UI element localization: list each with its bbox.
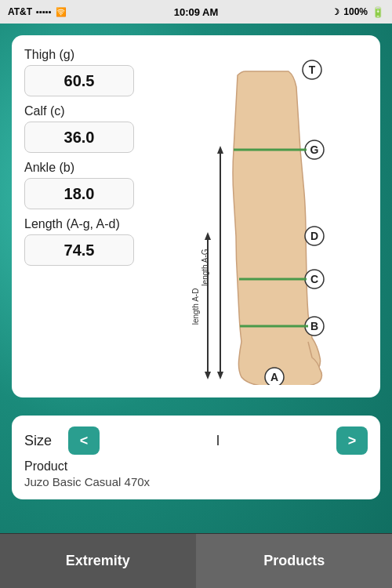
calf-label: Calf (c) bbox=[24, 104, 150, 118]
carrier-label: AT&T bbox=[8, 6, 32, 17]
svg-text:length A-D: length A-D bbox=[191, 289, 200, 325]
thigh-label: Thigh (g) bbox=[24, 48, 150, 62]
thigh-value[interactable]: 60.5 bbox=[24, 65, 134, 96]
status-left: AT&T ▪▪▪▪▪ 🛜 bbox=[8, 6, 67, 17]
ankle-label: Ankle (b) bbox=[24, 161, 150, 175]
svg-text:T: T bbox=[308, 64, 315, 76]
svg-text:C: C bbox=[310, 273, 318, 285]
size-product-card: Size < I > Product Juzo Basic Casual 470… bbox=[12, 416, 380, 499]
size-row: Size < I > bbox=[24, 426, 368, 455]
tab-extremity-label: Extremity bbox=[66, 553, 130, 569]
signal-icon: ▪▪▪▪▪ bbox=[36, 7, 52, 16]
product-value: Juzo Basic Casual 470x bbox=[24, 475, 368, 488]
svg-marker-17 bbox=[217, 372, 223, 379]
size-controls: < I > bbox=[68, 426, 368, 455]
leg-svg: T G D C bbox=[191, 48, 336, 385]
leg-diagram: T G D C bbox=[158, 48, 368, 385]
ankle-group: Ankle (b) 18.0 bbox=[24, 161, 150, 209]
size-current-value: I bbox=[115, 433, 321, 449]
svg-text:A: A bbox=[270, 371, 278, 383]
thigh-group: Thigh (g) 60.5 bbox=[24, 48, 150, 96]
tab-bar: Extremity Products bbox=[0, 533, 392, 588]
product-title: Product bbox=[24, 459, 368, 474]
length-label: Length (A-g, A-d) bbox=[24, 217, 150, 231]
svg-text:G: G bbox=[310, 143, 318, 156]
svg-marker-21 bbox=[205, 372, 211, 379]
size-next-button[interactable]: > bbox=[336, 426, 368, 455]
measurements-card: Thigh (g) 60.5 Calf (c) 36.0 Ankle (b) 1… bbox=[12, 35, 380, 397]
svg-marker-20 bbox=[205, 232, 211, 240]
tab-extremity[interactable]: Extremity bbox=[0, 534, 197, 588]
svg-text:B: B bbox=[310, 320, 318, 332]
status-bar: AT&T ▪▪▪▪▪ 🛜 10:09 AM ☽ 100% 🔋 bbox=[0, 0, 392, 24]
size-prev-button[interactable]: < bbox=[68, 426, 100, 455]
svg-marker-16 bbox=[217, 146, 223, 154]
tab-products-label: Products bbox=[263, 553, 325, 569]
size-label: Size bbox=[24, 433, 56, 449]
tab-products[interactable]: Products bbox=[197, 534, 393, 588]
length-group: Length (A-g, A-d) 74.5 bbox=[24, 217, 150, 266]
length-value[interactable]: 74.5 bbox=[24, 234, 134, 266]
battery-icon: 🔋 bbox=[372, 6, 384, 18]
status-right: ☽ 100% 🔋 bbox=[332, 6, 384, 18]
sleep-icon: ☽ bbox=[332, 7, 339, 17]
calf-value[interactable]: 36.0 bbox=[24, 122, 134, 153]
wifi-icon: 🛜 bbox=[56, 7, 67, 17]
ankle-value[interactable]: 18.0 bbox=[24, 178, 134, 209]
measurements-list: Thigh (g) 60.5 Calf (c) 36.0 Ankle (b) 1… bbox=[24, 48, 150, 385]
calf-group: Calf (c) 36.0 bbox=[24, 104, 150, 153]
svg-text:D: D bbox=[310, 230, 318, 242]
battery-label: 100% bbox=[343, 6, 368, 17]
status-time: 10:09 AM bbox=[174, 6, 219, 18]
product-row: Product Juzo Basic Casual 470x bbox=[24, 459, 368, 488]
